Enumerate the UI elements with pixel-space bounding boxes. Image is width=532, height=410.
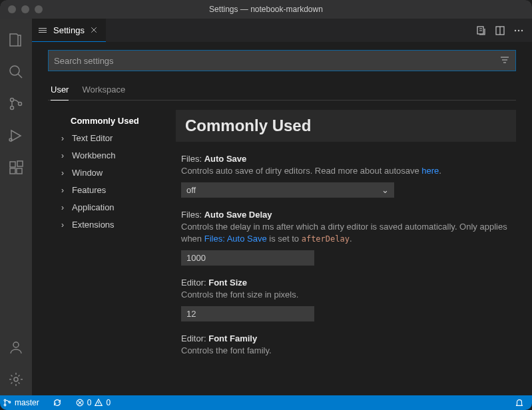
scope-tabs: User Workspace: [48, 81, 516, 101]
svg-rect-7: [10, 168, 15, 174]
toc-window[interactable]: ›Window: [48, 164, 168, 182]
svg-point-4: [19, 102, 22, 106]
auto-save-delay-input[interactable]: [181, 250, 314, 266]
tab-label: Settings: [53, 25, 85, 35]
font-size-input[interactable]: [181, 306, 314, 321]
chevron-right-icon: ›: [61, 200, 69, 215]
scope-workspace[interactable]: Workspace: [82, 81, 125, 100]
toc-workbench[interactable]: ›Workbench: [48, 147, 168, 164]
split-editor-icon[interactable]: [495, 25, 505, 36]
tab-settings[interactable]: Settings: [32, 19, 106, 42]
svg-point-10: [13, 342, 19, 347]
run-debug-icon[interactable]: [0, 120, 32, 152]
toc-extensions[interactable]: ›Extensions: [48, 216, 168, 234]
statusbar: master 0 0: [0, 395, 532, 410]
toc-application[interactable]: ›Application: [48, 199, 168, 216]
explorer-icon[interactable]: [0, 24, 32, 56]
setting-auto-save: Files: Auto Save Controls auto save of d…: [176, 154, 516, 198]
files-auto-save-link[interactable]: Files: Auto Save: [204, 234, 267, 244]
svg-point-2: [11, 99, 14, 102]
svg-rect-6: [10, 162, 15, 167]
svg-point-24: [4, 404, 6, 406]
setting-description: Controls the font family.: [181, 345, 511, 357]
source-control-icon[interactable]: [0, 88, 32, 120]
scope-user[interactable]: User: [51, 81, 69, 101]
svg-rect-8: [17, 168, 22, 174]
setting-font-size: Editor: Font Size Controls the font size…: [176, 278, 516, 321]
svg-point-23: [4, 399, 6, 401]
setting-font-family: Editor: Font Family Controls the font fa…: [176, 333, 516, 357]
toc-features[interactable]: ›Features: [48, 182, 168, 199]
titlebar: Settings — notebook-markdown: [0, 0, 532, 19]
editor-tabs: Settings: [32, 19, 532, 42]
minimize-window[interactable]: [21, 5, 29, 13]
chevron-right-icon: ›: [61, 183, 69, 198]
chevron-down-icon: ⌄: [382, 185, 389, 195]
search-input[interactable]: [54, 53, 499, 68]
auto-save-select[interactable]: off ⌄: [181, 182, 394, 198]
section-title: Commonly Used: [176, 110, 516, 142]
problems-status[interactable]: 0 0: [73, 395, 113, 410]
svg-point-0: [10, 66, 19, 75]
toc-text-editor[interactable]: ›Text Editor: [48, 130, 168, 147]
more-actions-icon[interactable]: [513, 25, 524, 36]
filter-icon[interactable]: [499, 55, 510, 67]
branch-status[interactable]: master: [0, 395, 42, 410]
svg-point-11: [14, 377, 18, 381]
setting-description: Controls the font size in pixels.: [181, 289, 511, 301]
setting-auto-save-delay: Files: Auto Save Delay Controls the dela…: [176, 210, 516, 266]
toc-commonly-used[interactable]: Commonly Used: [48, 112, 168, 130]
chevron-right-icon: ›: [61, 148, 69, 163]
settings-tab-icon: [39, 28, 47, 33]
svg-point-3: [11, 106, 14, 110]
settings-content: Commonly Used Files: Auto Save Controls …: [168, 110, 516, 389]
setting-description: Controls auto save of dirty editors. Rea…: [181, 165, 511, 177]
activity-bar: [0, 19, 32, 395]
chevron-right-icon: ›: [61, 166, 69, 180]
extensions-icon[interactable]: [0, 152, 32, 184]
maximize-window[interactable]: [35, 5, 43, 13]
svg-point-5: [9, 138, 12, 141]
open-settings-json-icon[interactable]: [476, 25, 487, 36]
search-icon[interactable]: [0, 56, 32, 88]
svg-point-18: [518, 29, 519, 31]
settings-gear-icon[interactable]: [0, 363, 32, 395]
svg-point-19: [521, 29, 523, 31]
window-controls: [0, 5, 43, 13]
close-tab-icon[interactable]: [89, 25, 99, 35]
svg-line-1: [18, 74, 22, 78]
settings-search[interactable]: [48, 50, 516, 71]
chevron-right-icon: ›: [61, 218, 69, 232]
chevron-right-icon: ›: [61, 131, 69, 146]
window-title: Settings — notebook-markdown: [209, 5, 323, 14]
svg-point-17: [515, 29, 516, 31]
autosave-here-link[interactable]: here: [421, 166, 439, 176]
settings-toc: Commonly Used ›Text Editor ›Workbench ›W…: [48, 110, 168, 389]
setting-description: Controls the delay in ms after which a d…: [181, 221, 511, 245]
sync-status[interactable]: [50, 395, 65, 410]
close-window[interactable]: [8, 5, 16, 13]
notifications-icon[interactable]: [512, 395, 527, 410]
svg-point-25: [9, 401, 11, 403]
accounts-icon[interactable]: [0, 331, 32, 363]
svg-rect-9: [17, 161, 23, 166]
